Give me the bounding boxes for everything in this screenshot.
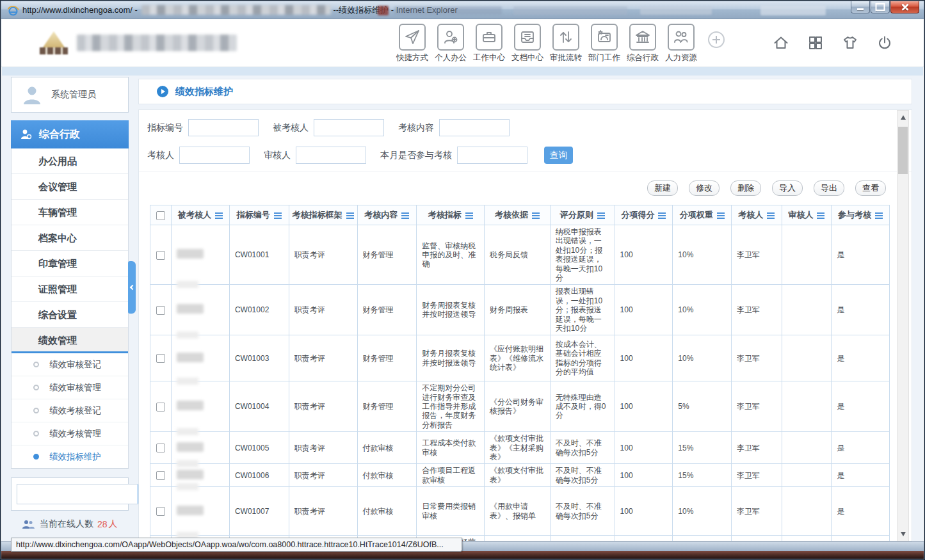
scroll-down-arrow-icon[interactable] [897,528,908,540]
sidebar-item[interactable]: 车辆管理 [12,200,128,225]
column-header[interactable]: 考核指标 [417,205,485,225]
content-cell: 财务管理 [357,381,417,432]
column-menu-icon[interactable] [274,212,282,219]
indicator-table: 被考核人 指标编号 考核指标框架 考核内容 考核指标 [150,205,890,541]
sidebar-item[interactable]: 印章管理 [12,251,128,276]
nav-item-general-admin[interactable]: 综合行政 [623,24,662,63]
table-row[interactable]: CW01007 职责考评 付款审核 日常费用类报销审核 《用款申请表》、报销单 … [150,487,890,536]
column-header[interactable]: 分项得分 [615,205,673,225]
nav-item-shortcuts[interactable]: 快捷方式 [393,24,431,63]
filter-input[interactable] [457,147,527,164]
column-header[interactable]: 指标编号 [229,205,289,225]
framework-cell: 职责考评 [289,225,357,285]
nav-item-department-work[interactable]: 部门工作 [585,24,623,63]
redacted-titlebar-area [378,6,389,15]
column-header[interactable]: 考核人 [732,205,782,225]
maximize-button[interactable] [871,1,890,13]
nav-item-work-center[interactable]: 工作中心 [470,24,508,63]
scroll-up-arrow-icon[interactable] [897,111,908,124]
basis-cell: 《款项支付审批表》 [485,464,551,487]
action-button[interactable]: 导入 [772,180,803,196]
column-menu-icon[interactable] [401,212,409,219]
column-menu-icon[interactable] [465,212,473,219]
row-checkbox[interactable] [156,306,165,315]
sidebar-subitem[interactable]: 绩效指标维护 [12,445,128,468]
power-icon[interactable] [876,35,893,51]
sidebar-item[interactable]: 会议管理 [12,174,128,200]
select-all-checkbox[interactable] [156,211,165,220]
table-row[interactable]: CW01005 职责考评 付款审核 工程成本类付款审核 《款项支付审批表》《主材… [150,432,890,464]
sidebar-collapse-handle[interactable] [128,261,136,314]
nav-item-document-center[interactable]: 文档中心 [508,24,547,63]
sidebar-items: 办公用品会议管理车辆管理档案中心印章管理证照管理综合设置绩效管理 [12,148,128,353]
sidebar-root-general-admin[interactable]: 综合行政 [11,120,129,148]
minimize-button[interactable] [851,1,870,13]
nav-item-personal-office[interactable]: 个人办公 [431,24,470,63]
column-header[interactable]: 分项权重 [673,205,732,225]
participate-cell: 是 [832,432,890,464]
filter-input[interactable] [188,119,259,136]
home-icon[interactable] [773,35,789,51]
table-row[interactable]: CW01001 职责考评 财务管理 监督、审核纳税申报的及时、准确 税务局反馈 … [150,225,890,285]
action-button[interactable]: 查看 [855,180,886,196]
column-menu-icon[interactable] [532,212,540,219]
close-button[interactable] [890,1,919,13]
column-header[interactable]: 被考核人 [172,205,230,225]
internet-explorer-icon [7,4,19,17]
column-menu-icon[interactable] [767,212,775,219]
filter-input[interactable] [179,147,250,164]
sidebar-item[interactable]: 绩效管理 [12,328,128,353]
shirt-icon[interactable] [842,35,858,51]
sidebar-subitem[interactable]: 绩效考核管理 [12,422,128,445]
filter-input[interactable] [296,147,366,164]
column-menu-icon[interactable] [817,212,824,219]
row-checkbox[interactable] [156,403,165,412]
assessee-cell [172,487,230,536]
nav-item-approval-flow[interactable]: 审批流转 [547,24,585,63]
sidebar-subitem[interactable]: 绩效审核登记 [12,353,128,376]
sidebar-item[interactable]: 综合设置 [12,302,128,328]
action-button[interactable]: 导出 [814,180,844,196]
column-menu-icon[interactable] [215,212,223,219]
column-header[interactable]: 参与考核 [832,205,890,225]
filter-input[interactable] [439,119,510,136]
column-header[interactable]: 考核依据 [485,205,551,225]
action-button[interactable]: 删除 [730,180,761,196]
apps-grid-icon[interactable] [807,35,824,51]
column-menu-icon[interactable] [597,212,605,219]
table-row[interactable]: CW01002 职责考评 财务管理 财务周报表复核并按时报送领导 财务周报表 报… [150,285,890,335]
scrollbar-thumb[interactable] [898,127,908,174]
column-header[interactable]: 审核人 [782,205,832,225]
plus-circle-icon[interactable] [708,31,725,48]
row-checkbox[interactable] [156,251,165,260]
column-header[interactable]: 评分原则 [550,205,615,225]
sidebar-subitem[interactable]: 绩效审核管理 [12,376,128,399]
sidebar-search-input[interactable] [17,484,138,504]
indicator-cell: 工程成本类付款审核 [417,432,485,464]
column-header[interactable]: 考核指标框架 [289,205,357,225]
row-checkbox[interactable] [156,507,165,516]
action-button[interactable]: 新建 [647,180,678,196]
table-row[interactable]: CW01003 职责考评 财务管理 财务月报表复核并按时报送领导 《应付账款明细… [150,335,890,381]
row-checkbox[interactable] [156,471,165,480]
row-checkbox[interactable] [156,444,165,452]
table-row[interactable]: CW01004 职责考评 财务管理 不定期对分公司进行财务审查及工作指导并形成报… [150,381,890,432]
query-button[interactable]: 查询 [544,147,573,164]
filter-input[interactable] [314,119,384,136]
column-menu-icon[interactable] [875,212,883,219]
sidebar-item[interactable]: 证照管理 [12,276,128,302]
column-menu-icon[interactable] [658,212,666,219]
sidebar-item[interactable]: 办公用品 [12,148,128,174]
nav-item-human-resources[interactable]: 人力资源 [662,24,700,63]
content-scrollbar[interactable] [897,110,909,541]
column-menu-icon[interactable] [346,212,354,219]
principle-cell: 不及时、不准确每次扣5分 [550,432,615,464]
column-menu-icon[interactable] [717,212,725,219]
filter-label: 考核内容 [398,122,434,134]
sidebar-item[interactable]: 档案中心 [12,225,128,251]
sidebar-subitem[interactable]: 绩效考核登记 [12,399,128,422]
column-header[interactable]: 考核内容 [357,205,417,225]
action-button[interactable]: 修改 [689,180,720,196]
table-row[interactable]: CW01006 职责考评 付款审核 合作项目工程返款审核 《款项支付审批表》 不… [150,464,890,487]
row-checkbox[interactable] [156,354,165,363]
